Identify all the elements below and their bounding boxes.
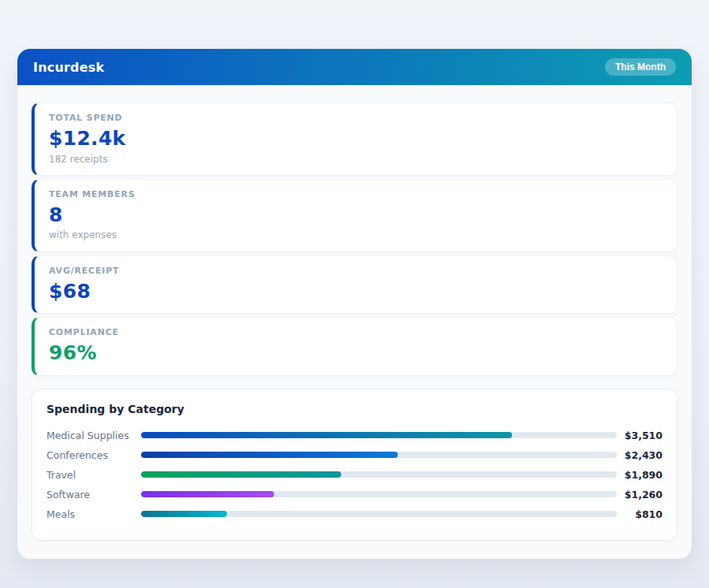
bar-fill — [141, 432, 512, 438]
stat-value: $68 — [49, 281, 663, 303]
app-header: Incurdesk This Month — [17, 49, 692, 85]
chart-row-medical-supplies: Medical Supplies $3,510 — [46, 426, 663, 445]
category-value: $3,510 — [617, 430, 663, 441]
stat-label: TOTAL SPEND — [49, 113, 663, 124]
stat-label: TEAM MEMBERS — [49, 189, 663, 200]
stat-card-total-spend: TOTAL SPEND $12.4k 182 receipts — [32, 102, 677, 176]
stat-subtitle: with expenses — [49, 229, 663, 240]
bar-fill — [141, 511, 227, 517]
stat-value: 8 — [49, 204, 663, 227]
app-container: Incurdesk This Month TOTAL SPEND $12.4k … — [17, 49, 692, 559]
category-label: Medical Supplies — [46, 430, 141, 441]
stat-label: COMPLIANCE — [49, 327, 663, 338]
dashboard-content: TOTAL SPEND $12.4k 182 receipts TEAM MEM… — [17, 85, 692, 559]
category-label: Software — [46, 489, 141, 501]
stat-card-compliance: COMPLIANCE 96% — [32, 317, 677, 376]
bar-track — [141, 491, 617, 497]
bar-fill — [141, 452, 398, 458]
category-label: Meals — [46, 508, 141, 520]
chart-row-software: Software $1,260 — [46, 485, 663, 504]
app-title: Incurdesk — [33, 60, 104, 75]
stat-card-avg-receipt: AVG/RECEIPT $68 — [32, 255, 677, 314]
page-background: Incurdesk This Month TOTAL SPEND $12.4k … — [0, 0, 709, 588]
stat-card-team-members: TEAM MEMBERS 8 with expenses — [32, 179, 677, 252]
spending-chart-card: Spending by Category Medical Supplies $3… — [32, 389, 677, 541]
bar-track — [141, 432, 617, 438]
category-value: $2,430 — [617, 449, 663, 461]
chart-title: Spending by Category — [46, 403, 663, 415]
bar-track — [141, 511, 617, 517]
period-badge[interactable]: This Month — [605, 58, 676, 76]
stat-value: $12.4k — [49, 128, 663, 151]
bar-track — [141, 471, 617, 478]
chart-row-conferences: Conferences $2,430 — [46, 445, 663, 465]
category-label: Travel — [46, 469, 141, 481]
category-value: $810 — [617, 508, 663, 520]
stat-subtitle: 182 receipts — [49, 154, 663, 165]
category-label: Conferences — [46, 449, 141, 461]
chart-row-meals: Meals $810 — [46, 504, 663, 524]
category-value: $1,260 — [617, 489, 663, 501]
stat-value: 96% — [49, 342, 663, 365]
bar-fill — [141, 491, 274, 497]
stat-label: AVG/RECEIPT — [49, 266, 663, 277]
chart-row-travel: Travel $1,890 — [46, 465, 663, 485]
bar-fill — [141, 471, 341, 478]
bar-track — [141, 452, 617, 458]
category-value: $1,890 — [617, 469, 663, 481]
